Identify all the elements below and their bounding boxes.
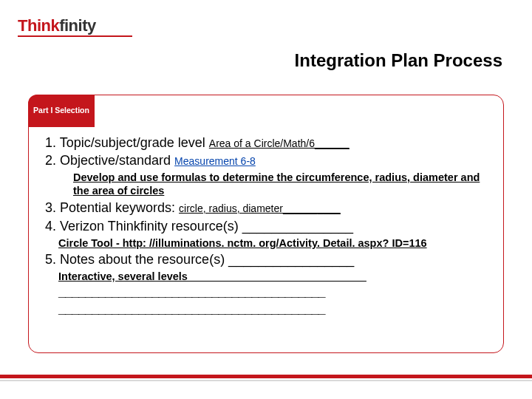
item-5-detail: Interactive, several levels_____________… xyxy=(58,270,487,284)
blank-line-2: ________________________________________ xyxy=(58,301,487,318)
brand-word-2: finity xyxy=(59,16,96,35)
item-3: 3. Potential keywords: circle, radius, d… xyxy=(45,199,487,216)
item-2-link[interactable]: Measurement 6-8 xyxy=(174,155,256,167)
item-1-label: 1. Topic/subject/grade level xyxy=(45,135,209,150)
item-1-fill: Area of a Circle/Math/6______ xyxy=(209,137,349,149)
item-2: 2. Objective/standard Measurement 6-8 xyxy=(45,151,487,169)
brand-word-1: Think xyxy=(18,16,59,35)
item-1: 1. Topic/subject/grade level Area of a C… xyxy=(45,134,487,151)
item-4: 4. Verizon Thinkfinity resource(s) _____… xyxy=(45,217,487,235)
brand-underline xyxy=(18,35,132,37)
brand-logo: Thinkfinity xyxy=(18,16,96,35)
item-4-detail: Circle Tool - http: //illuminations. nct… xyxy=(58,236,487,250)
content-card: Part I Selection 1. Topic/subject/grade … xyxy=(28,95,504,353)
item-2-detail: Develop and use formulas to determine th… xyxy=(73,171,487,199)
item-3-label: 3. Potential keywords: xyxy=(45,200,179,215)
card-content: 1. Topic/subject/grade level Area of a C… xyxy=(45,134,487,318)
footer-grey-line xyxy=(0,380,532,381)
blank-line-1: ________________________________________ xyxy=(58,284,487,301)
footer-red-bar xyxy=(0,375,532,378)
item-3-fill: circle, radius, diameter__________ xyxy=(179,202,341,214)
item-5: 5. Notes about the resource(s) _________… xyxy=(45,250,487,268)
item-2-label: 2. Objective/standard xyxy=(45,153,174,168)
card-tab-label: Part I Selection xyxy=(33,106,89,116)
card-tab: Part I Selection xyxy=(28,95,95,127)
page-title: Integration Plan Process xyxy=(295,50,502,71)
